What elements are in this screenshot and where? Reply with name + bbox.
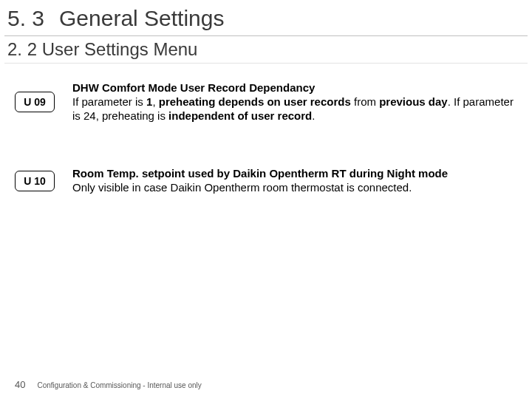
section-number: 5. 3	[7, 6, 59, 31]
page-number: 40	[15, 379, 25, 390]
slide-header: 5. 3 General Settings	[0, 0, 532, 34]
slide-footer: 40 Configuration & Commissioning - Inter…	[15, 379, 202, 390]
content-body: U 09 DHW Comfort Mode User Record Depend…	[0, 64, 532, 195]
footer-text: Configuration & Commissioning - Internal…	[37, 381, 201, 389]
section-title: General Settings	[59, 6, 224, 31]
parameter-code-badge: U 10	[15, 171, 55, 191]
parameter-title: DHW Comfort Mode User Record Dependancy	[72, 81, 517, 95]
parameter-body: Only visible in case Daikin Opentherm ro…	[72, 181, 412, 194]
parameter-row: U 10 Room Temp. setpoint used by Daikin …	[15, 167, 517, 195]
parameter-title: Room Temp. setpoint used by Daikin Opent…	[72, 167, 517, 181]
parameter-code-badge: U 09	[15, 92, 55, 112]
parameter-row: U 09 DHW Comfort Mode User Record Depend…	[15, 81, 517, 123]
parameter-description: Room Temp. setpoint used by Daikin Opent…	[72, 167, 517, 195]
parameter-body: If parameter is 1, preheating depends on…	[72, 95, 514, 122]
parameter-description: DHW Comfort Mode User Record Dependancy …	[72, 81, 517, 123]
subheading: 2. 2 User Settings Menu	[0, 36, 532, 63]
